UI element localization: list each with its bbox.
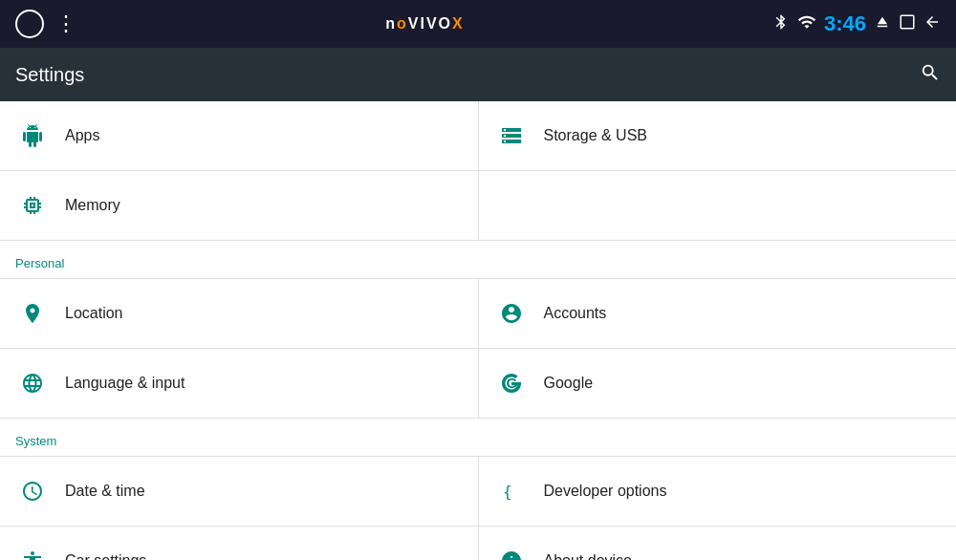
settings-item-car-settings[interactable]: Car settings [0, 527, 479, 560]
page-title: Settings [15, 64, 84, 86]
eject-icon [874, 13, 891, 34]
status-bar: ⋮ noVIVOX 3:46 [0, 0, 956, 48]
brand-logo: noVIVOX [385, 15, 464, 32]
app-bar: Settings [0, 48, 956, 101]
system-section-header: System [0, 419, 956, 457]
date-time-label: Date & time [65, 483, 145, 500]
location-label: Location [65, 305, 123, 322]
settings-item-empty [479, 171, 957, 240]
status-bar-left: ⋮ [15, 10, 77, 38]
settings-item-storage-usb[interactable]: Storage & USB [479, 101, 957, 170]
google-label: Google [544, 375, 594, 392]
personal-section-header: Personal [0, 241, 956, 279]
settings-item-about-device[interactable]: About device [479, 527, 957, 560]
memory-label: Memory [65, 197, 120, 214]
status-time: 3:46 [824, 11, 866, 36]
settings-content: Apps Storage & USB Memory Personal [0, 101, 956, 560]
accounts-label: Accounts [544, 305, 607, 322]
android-icon [15, 118, 50, 153]
accounts-icon [494, 296, 529, 331]
clock-icon [15, 474, 50, 508]
status-bar-center: noVIVOX [385, 15, 464, 32]
status-bar-right: 3:46 [772, 11, 941, 36]
settings-item-language[interactable]: Language & input [0, 349, 479, 418]
settings-item-memory[interactable]: Memory [0, 171, 479, 240]
language-icon [15, 366, 50, 400]
row-memory: Memory [0, 171, 956, 241]
memory-icon [15, 188, 50, 223]
row-datetime-developer: Date & time { } Developer options [0, 457, 956, 527]
storage-usb-label: Storage & USB [544, 127, 648, 144]
svg-rect-0 [901, 15, 914, 29]
developer-icon: { } [494, 474, 529, 508]
car-settings-label: Car settings [65, 552, 146, 560]
row-location-accounts: Location Accounts [0, 279, 956, 349]
car-icon [15, 544, 50, 560]
google-icon: G [494, 366, 529, 400]
square-icon[interactable] [899, 13, 916, 34]
svg-text:G: G [506, 375, 517, 391]
more-options-icon[interactable]: ⋮ [55, 11, 77, 36]
settings-item-developer-options[interactable]: { } Developer options [479, 457, 957, 526]
row-car-about: Car settings About device [0, 527, 956, 560]
svg-text:{ }: { } [503, 483, 523, 501]
back-icon[interactable] [923, 13, 941, 34]
apps-label: Apps [65, 127, 99, 144]
row-language-google: Language & input G Google [0, 349, 956, 419]
location-icon [15, 296, 50, 331]
row-apps-storage: Apps Storage & USB [0, 101, 956, 171]
search-button[interactable] [920, 62, 941, 88]
language-input-label: Language & input [65, 375, 185, 392]
about-device-label: About device [544, 552, 633, 560]
home-circle-icon[interactable] [15, 10, 44, 38]
settings-item-apps[interactable]: Apps [0, 101, 479, 170]
settings-item-accounts[interactable]: Accounts [479, 279, 957, 348]
developer-options-label: Developer options [544, 483, 667, 500]
storage-icon [494, 118, 529, 153]
wifi-icon [797, 12, 816, 35]
bluetooth-icon [772, 13, 790, 34]
settings-item-google[interactable]: G Google [479, 349, 957, 418]
settings-item-date-time[interactable]: Date & time [0, 457, 479, 526]
about-icon [494, 544, 529, 560]
settings-item-location[interactable]: Location [0, 279, 479, 348]
